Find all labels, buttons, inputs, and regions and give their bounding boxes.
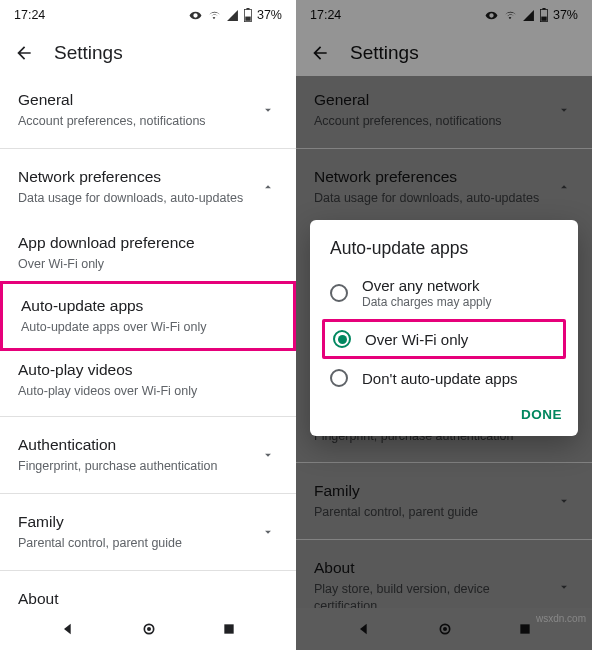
divider bbox=[0, 148, 296, 149]
radio-icon-selected bbox=[333, 330, 351, 348]
battery-pct: 37% bbox=[257, 8, 282, 22]
section-general[interactable]: GeneralAccount preferences, notification… bbox=[0, 76, 296, 144]
section-network[interactable]: Network preferencesData usage for downlo… bbox=[0, 153, 296, 221]
radio-wifi-only[interactable]: Over Wi-Fi only bbox=[325, 322, 563, 356]
status-icons: 37% bbox=[189, 8, 282, 22]
divider bbox=[0, 570, 296, 571]
back-icon[interactable] bbox=[14, 43, 34, 63]
section-auth[interactable]: AuthenticationFingerprint, purchase auth… bbox=[0, 421, 296, 489]
status-bar: 17:24 37% bbox=[0, 0, 296, 30]
status-time: 17:24 bbox=[14, 8, 45, 22]
radio-dont-update[interactable]: Don't auto-update apps bbox=[310, 359, 578, 397]
chevron-up-icon bbox=[258, 180, 278, 194]
item-download-pref[interactable]: App download preferenceOver Wi-Fi only bbox=[0, 221, 296, 285]
app-bar: Settings bbox=[0, 30, 296, 76]
divider bbox=[0, 493, 296, 494]
screen-settings: 17:24 37% Settings GeneralAccount prefer… bbox=[0, 0, 296, 650]
wifi-icon bbox=[207, 9, 221, 22]
radio-icon bbox=[330, 284, 348, 302]
radio-any-network[interactable]: Over any networkData charges may apply bbox=[310, 267, 578, 319]
dialog-auto-update: Auto-update apps Over any networkData ch… bbox=[310, 220, 578, 436]
svg-point-4 bbox=[147, 627, 151, 631]
watermark: wsxdn.com bbox=[536, 613, 586, 624]
nav-back-icon[interactable] bbox=[60, 621, 76, 637]
nav-home-icon[interactable] bbox=[141, 621, 157, 637]
item-auto-update[interactable]: Auto-update appsAuto-update apps over Wi… bbox=[3, 284, 293, 348]
svg-rect-2 bbox=[245, 17, 250, 21]
nav-recent-icon[interactable] bbox=[222, 622, 236, 636]
page-title: Settings bbox=[54, 42, 123, 64]
nav-bar bbox=[0, 608, 296, 650]
done-button[interactable]: DONE bbox=[521, 407, 562, 422]
dialog-title: Auto-update apps bbox=[310, 238, 578, 267]
item-autoplay[interactable]: Auto-play videosAuto-play videos over Wi… bbox=[0, 348, 296, 412]
svg-rect-5 bbox=[224, 624, 233, 633]
section-family[interactable]: FamilyParental control, parent guide bbox=[0, 498, 296, 566]
chevron-down-icon bbox=[258, 525, 278, 539]
chevron-down-icon bbox=[258, 103, 278, 117]
chevron-down-icon bbox=[258, 448, 278, 462]
screen-dialog: 17:24 37% Settings GeneralAccount prefer… bbox=[296, 0, 592, 650]
signal-icon bbox=[226, 9, 239, 22]
section-about[interactable]: AboutPlay store, build version, device c… bbox=[0, 575, 296, 608]
radio-icon bbox=[330, 369, 348, 387]
battery-icon bbox=[244, 8, 252, 22]
eye-icon bbox=[189, 9, 202, 22]
divider bbox=[0, 416, 296, 417]
